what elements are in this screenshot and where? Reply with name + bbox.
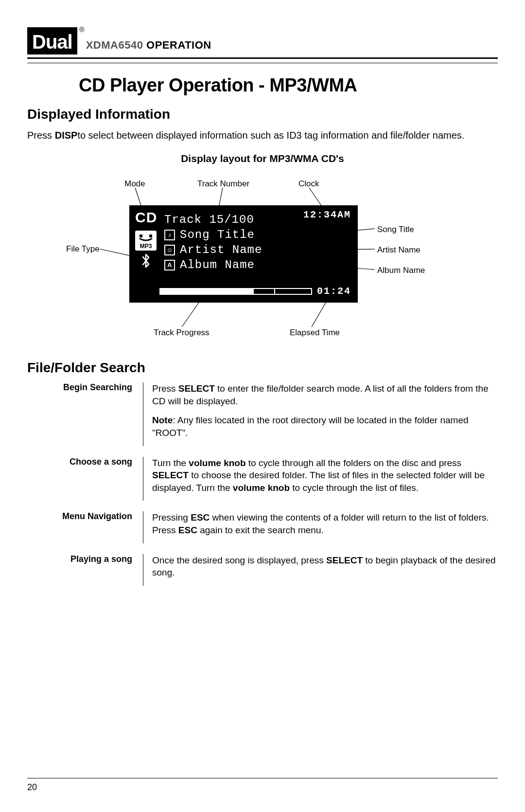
callout-elapsed-time: Elapsed Time [290,328,340,338]
brand-logo-text: Dual [32,31,72,53]
ffs-body: Pressing ESC when viewing the contents o… [152,511,498,543]
page-footer: 20 [27,778,498,793]
svg-rect-9 [140,235,142,237]
ffs-body: Once the desired song is displayed, pres… [152,554,498,586]
callout-clock: Clock [298,179,319,189]
ffs-label: Begin Searching [27,382,134,446]
note-icon: ♪ [164,230,175,240]
artist-icon: ☺ [164,245,175,255]
ffs-divider [143,511,143,543]
ffs-paragraph: Press SELECT to enter the file/folder se… [152,382,498,407]
lcd-album-row: A Album Name [164,258,352,271]
progress-bar [159,288,312,295]
lcd-progress-row: 01:24 [159,286,351,297]
callout-song-title: Song Title [377,225,414,235]
lcd-artist-row: ☺ Artist Name [164,243,352,256]
mp3-label: MP3 [135,242,157,251]
bold-term: volume knob [189,458,245,468]
album-icon: A [164,260,175,271]
registered-mark: ® [79,26,84,33]
ffs-paragraph: Turn the volume knob to cycle through al… [152,457,498,494]
file-folder-search-grid: Begin SearchingPress SELECT to enter the… [27,382,498,586]
display-diagram: Mode Track Number Clock File Type Song T… [27,171,498,351]
page-number: 20 [27,782,498,793]
display-layout-subheading: Display layout for MP3/WMA CD's [27,153,498,164]
bold-term: ESC [178,525,197,535]
ffs-label: Choose a song [27,457,134,501]
mp3-file-type-icon: MP3 [135,231,157,251]
lcd-left-icons: MP3 [135,231,157,271]
callout-mode: Mode [124,179,145,189]
section-displayed-info-heading: Displayed Information [27,107,498,122]
operation-word: OPERATION [146,39,211,51]
callout-track-number: Track Number [197,179,249,189]
ffs-body: Turn the volume knob to cycle through al… [152,457,498,501]
bold-term: SELECT [152,470,189,480]
section-file-folder-heading: File/Folder Search [27,360,498,376]
lcd-artist-name: Artist Name [180,243,262,256]
ffs-divider [143,382,143,446]
callout-album-name: Album Name [377,266,425,275]
svg-rect-10 [149,235,152,237]
smiley-icon [139,234,153,241]
model-code: XDMA6540 [86,39,143,51]
lcd-song-row: ♪ Song Title [164,228,352,241]
callout-track-progress: Track Progress [154,328,210,338]
brand-logo: Dual ® [27,27,77,54]
ffs-body: Press SELECT to enter the file/folder se… [152,382,498,446]
lcd-album-name: Album Name [180,258,255,271]
footer-divider [27,778,498,778]
body-pre: Press [27,130,55,141]
callout-artist-name: Artist Name [377,245,420,255]
lcd-clock: 12:34AM [303,209,351,220]
lcd-screen: 12:34AM CD Track 15/100 MP3 [129,205,358,303]
displayed-info-body: Press DISPto select between displayed in… [27,129,498,142]
mp3-badge-icon [135,231,157,242]
ffs-label: Playing a song [27,554,134,586]
bold-term: volume knob [233,483,290,493]
lcd-elapsed: 01:24 [317,286,351,297]
header-divider [27,63,498,63]
ffs-paragraph: Once the desired song is displayed, pres… [152,554,498,579]
bold-term: SELECT [326,555,363,565]
disp-button-ref: DISP [55,130,78,141]
progress-fill [160,289,254,294]
page-header: Dual ® XDMA6540 OPERATION [27,27,498,59]
bold-term: Note [152,415,173,425]
body-post: to select between displayed information … [77,130,464,141]
ffs-divider [143,457,143,501]
bold-term: SELECT [178,383,215,394]
page-title: CD Player Operation - MP3/WMA [79,75,498,96]
ffs-paragraph: Pressing ESC when viewing the contents o… [152,511,498,536]
ffs-divider [143,554,143,586]
callout-file-type: File Type [66,244,100,254]
model-line: XDMA6540 OPERATION [86,39,211,54]
bluetooth-icon [140,253,152,271]
lcd-song-title: Song Title [180,228,255,241]
ffs-paragraph: Note: Any files located in the root dire… [152,414,498,439]
progress-tick [274,288,275,295]
ffs-label: Menu Navigation [27,511,134,543]
bold-term: ESC [191,512,210,523]
